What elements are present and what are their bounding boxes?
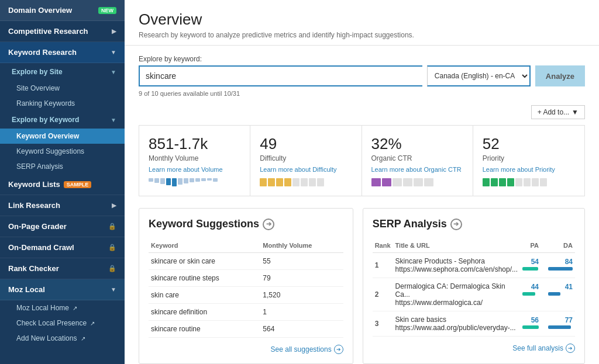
- sidebar-item-keyword-lists[interactable]: Keyword Lists SAMPLE: [0, 174, 125, 195]
- analyze-button[interactable]: Analyze: [535, 65, 585, 86]
- da-value: 84: [548, 258, 573, 266]
- serp-url[interactable]: https://www.sephora.com/ca/en/shop/...: [395, 265, 518, 273]
- sidebar-item-explore-by-site[interactable]: Explore by Site ▼: [0, 63, 125, 81]
- serp-title: Dermalogica CA: Dermalogica Skin Ca...: [395, 282, 518, 299]
- on-page-grader-label: On-Page Grader: [8, 222, 67, 231]
- pa-value: 44: [522, 283, 539, 291]
- kw-cell: skincare routine: [149, 321, 260, 338]
- difficulty-bars: [260, 178, 352, 186]
- serp-analysis-label: SERP Analysis: [16, 162, 63, 171]
- da-bar: [548, 325, 571, 329]
- sidebar-item-site-overview[interactable]: Site Overview: [0, 81, 125, 96]
- page-header: Overview Research by keyword to analyze …: [125, 0, 599, 46]
- serp-title: Skincare Products - Sephora: [395, 257, 518, 265]
- sidebar-item-keyword-suggestions[interactable]: Keyword Suggestions: [0, 144, 125, 159]
- kw-cell: skincare or skin care: [149, 253, 260, 270]
- keyword-lists-label: Keyword Lists: [8, 180, 60, 189]
- table-row: 3 Skin care basics https://www.aad.org/p…: [373, 311, 575, 337]
- locale-select[interactable]: Canada (English) - en-CA: [427, 65, 531, 86]
- col-title-url: Title & URL: [393, 238, 520, 253]
- serp-url[interactable]: https://www.dermalogica.ca/: [395, 299, 518, 307]
- priority-bars: [483, 178, 575, 186]
- sidebar-item-moz-local[interactable]: Moz Local ▼: [0, 279, 125, 300]
- ctr-link[interactable]: Learn more about Organic CTR: [371, 166, 462, 173]
- sidebar: Domain Overview NEW Competitive Research…: [0, 0, 125, 364]
- sidebar-item-ranking-keywords[interactable]: Ranking Keywords: [0, 96, 125, 111]
- queries-info: 9 of 10 queries available until 10/31: [139, 90, 585, 97]
- sidebar-item-link-research[interactable]: Link Research ▶: [0, 195, 125, 216]
- sidebar-item-rank-checker[interactable]: Rank Checker 🔒: [0, 258, 125, 279]
- serp-title: Skin care basics: [395, 316, 518, 324]
- see-full-analysis-link[interactable]: See full analysis ➔: [373, 344, 575, 353]
- difficulty-link[interactable]: Learn more about Difficulty: [260, 166, 336, 173]
- volume-label: Monthly Volume: [149, 154, 240, 162]
- serp-analysis-link-icon[interactable]: ➔: [450, 219, 462, 230]
- pa-value: 56: [522, 316, 539, 324]
- sidebar-item-serp-analysis[interactable]: SERP Analysis: [0, 159, 125, 174]
- search-row: Canada (English) - en-CA Analyze: [139, 65, 585, 86]
- see-all-suggestions-link[interactable]: See all suggestions ➔: [149, 345, 343, 354]
- search-input[interactable]: [139, 65, 422, 86]
- col-keyword: Keyword: [149, 238, 260, 253]
- difficulty-value: 49: [260, 135, 352, 153]
- table-row: 1 Skincare Products - Sephora https://ww…: [373, 253, 575, 278]
- sidebar-item-keyword-research[interactable]: Keyword Research ▼: [0, 42, 125, 63]
- volume-cell: 1: [260, 304, 343, 321]
- da-bar: [548, 267, 573, 271]
- explore-by-keyword-label: Explore by Keyword: [12, 116, 79, 124]
- chevron-right-icon-link: ▶: [112, 202, 116, 209]
- sidebar-item-add-new-locations[interactable]: Add New Locations ↗: [0, 331, 125, 346]
- add-to-button[interactable]: + Add to... ▼: [531, 105, 585, 119]
- da-cell: 41: [546, 278, 575, 311]
- sidebar-item-on-page-grader[interactable]: On-Page Grader 🔒: [0, 216, 125, 237]
- sidebar-item-domain-overview[interactable]: Domain Overview NEW: [0, 0, 125, 21]
- volume-cell: 55: [260, 253, 343, 270]
- chevron-down-icon-local: ▼: [111, 286, 116, 293]
- col-pa: PA: [520, 238, 546, 253]
- kw-cell: skincare routine steps: [149, 270, 260, 287]
- external-link-icon-add-locations: ↗: [81, 335, 85, 342]
- kw-cell: skincare definition: [149, 304, 260, 321]
- volume-link[interactable]: Learn more about Volume: [149, 166, 223, 173]
- title-url-cell: Skin care basics https://www.aad.org/pub…: [393, 311, 520, 337]
- bottom-panels: Keyword Suggestions ➔ Keyword Monthly Vo…: [139, 208, 585, 364]
- metric-volume: 851-1.7k Monthly Volume Learn more about…: [139, 126, 250, 196]
- keyword-suggestions-link-icon[interactable]: ➔: [263, 219, 274, 230]
- priority-link[interactable]: Learn more about Priority: [483, 166, 555, 173]
- link-research-label: Link Research: [8, 201, 60, 210]
- keyword-research-label: Keyword Research: [8, 48, 77, 57]
- da-cell: 77: [546, 311, 575, 337]
- da-bar: [548, 292, 560, 296]
- page-title: Overview: [139, 11, 585, 29]
- keyword-suggestions-table: Keyword Monthly Volume skincare or skin …: [149, 238, 343, 338]
- volume-cell: 1,520: [260, 287, 343, 304]
- page-subtitle: Research by keyword to analyze predictiv…: [139, 31, 585, 39]
- table-row: 2 Dermalogica CA: Dermalogica Skin Ca...…: [373, 278, 575, 311]
- sidebar-item-moz-local-home[interactable]: Moz Local Home ↗: [0, 300, 125, 316]
- rank-cell: 2: [373, 278, 393, 311]
- pa-value: 54: [522, 258, 539, 266]
- see-all-icon: ➔: [334, 345, 343, 354]
- sidebar-item-on-demand-crawl[interactable]: On-Demand Crawl 🔒: [0, 237, 125, 258]
- on-demand-crawl-label: On-Demand Crawl: [8, 243, 74, 252]
- rank-cell: 3: [373, 311, 393, 337]
- volume-bars: [149, 178, 240, 186]
- sidebar-item-check-local-presence[interactable]: Check Local Presence ↗: [0, 316, 125, 331]
- chevron-down-icon: ▼: [111, 49, 116, 56]
- kw-cell: skin care: [149, 287, 260, 304]
- sidebar-item-competitive-research[interactable]: Competitive Research ▶: [0, 21, 125, 42]
- external-link-icon-local-home: ↗: [73, 305, 77, 311]
- ctr-value: 32%: [371, 135, 463, 153]
- main-body: Explore by keyword: Canada (English) - e…: [125, 46, 599, 364]
- pa-bar: [522, 292, 535, 296]
- sidebar-item-explore-by-keyword[interactable]: Explore by Keyword ▼: [0, 111, 125, 129]
- chevron-down-icon-keyword: ▼: [111, 117, 116, 123]
- keyword-suggestions-panel: Keyword Suggestions ➔ Keyword Monthly Vo…: [139, 208, 353, 364]
- da-value: 77: [548, 316, 573, 324]
- serp-url[interactable]: https://www.aad.org/public/everyday-...: [395, 324, 518, 332]
- table-row: skincare routine 564: [149, 321, 343, 338]
- moz-local-home-label: Moz Local Home: [16, 304, 69, 312]
- sidebar-item-keyword-overview[interactable]: Keyword Overview: [0, 129, 125, 144]
- table-row: skincare definition 1: [149, 304, 343, 321]
- da-value: 41: [548, 283, 573, 291]
